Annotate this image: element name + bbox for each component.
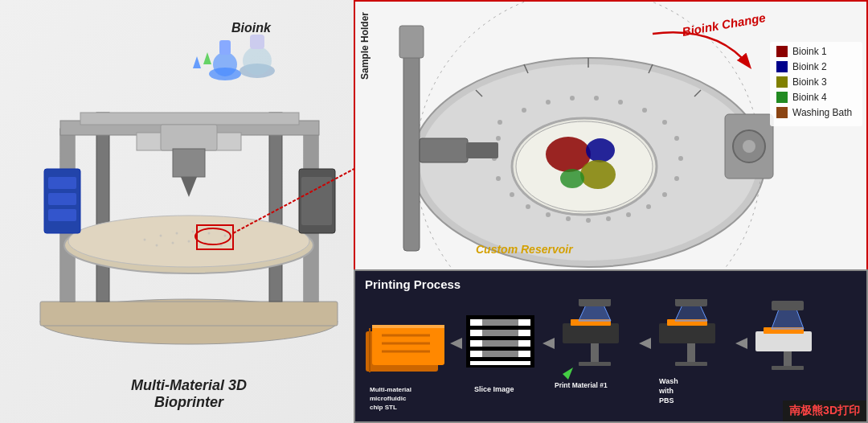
- legend-label-2: Bioink 2: [792, 61, 827, 72]
- svg-point-19: [172, 242, 174, 244]
- svg-marker-136: [772, 307, 804, 329]
- printer-label-line1: Multi-Material 3D: [131, 377, 247, 394]
- svg-point-20: [188, 240, 190, 243]
- svg-text:Multi-material: Multi-material: [370, 386, 411, 393]
- printer-label: Multi-Material 3D Bioprinter: [131, 377, 247, 411]
- legend-item-5: Washing Bath: [776, 107, 856, 118]
- svg-marker-102: [450, 338, 462, 349]
- svg-rect-108: [470, 361, 530, 365]
- legend-color-5: [776, 107, 788, 118]
- svg-point-73: [526, 204, 530, 209]
- svg-point-12: [144, 239, 146, 241]
- svg-rect-26: [173, 149, 205, 177]
- svg-rect-6: [96, 113, 109, 302]
- svg-rect-93: [372, 325, 444, 365]
- svg-rect-138: [784, 351, 792, 368]
- svg-text:with: with: [658, 387, 674, 395]
- legend-label-4: Bioink 4: [792, 92, 827, 103]
- legend-color-2: [776, 61, 788, 72]
- legend-label-1: Bioink 1: [792, 46, 827, 57]
- svg-point-59: [594, 96, 599, 101]
- svg-text:Slice Image: Slice Image: [474, 385, 514, 393]
- svg-point-60: [618, 100, 623, 105]
- legend-label-3: Bioink 3: [792, 76, 827, 88]
- svg-point-71: [566, 216, 571, 221]
- svg-rect-129: [675, 362, 707, 366]
- legend-item-2: Bioink 2: [776, 61, 856, 72]
- svg-point-69: [606, 216, 611, 221]
- svg-rect-87: [420, 138, 468, 162]
- svg-marker-123: [639, 338, 651, 349]
- svg-rect-9: [80, 113, 299, 125]
- legend-item-3: Bioink 3: [776, 76, 856, 88]
- top-right-section: Sample Holder Bioink Change: [354, 0, 868, 273]
- svg-rect-33: [301, 177, 332, 225]
- svg-point-57: [546, 100, 551, 105]
- svg-marker-114: [542, 338, 555, 349]
- svg-rect-110: [482, 330, 518, 336]
- svg-point-82: [580, 160, 616, 189]
- svg-text:Wash: Wash: [659, 377, 678, 385]
- svg-point-91: [743, 140, 755, 153]
- svg-rect-30: [48, 193, 76, 205]
- svg-point-56: [522, 108, 526, 113]
- svg-point-70: [586, 218, 591, 223]
- svg-point-83: [560, 169, 584, 188]
- legend-item-1: Bioink 1: [776, 46, 856, 57]
- bottom-right-section: Printing Process Multi-material microflu…: [354, 269, 868, 423]
- svg-point-65: [674, 176, 679, 181]
- svg-rect-120: [579, 362, 611, 366]
- svg-text:Print Material #1: Print Material #1: [555, 381, 608, 389]
- svg-rect-139: [772, 366, 804, 370]
- legend-label-5: Washing Bath: [792, 107, 852, 118]
- custom-reservoir-label: Custom Reservoir: [476, 243, 573, 256]
- svg-rect-94: [369, 328, 371, 372]
- svg-rect-112: [482, 351, 518, 357]
- svg-point-58: [570, 96, 575, 101]
- printing-process-title: Printing Process: [365, 277, 461, 291]
- svg-text:PBS: PBS: [659, 396, 674, 405]
- svg-rect-109: [482, 319, 518, 326]
- svg-point-63: [674, 136, 679, 141]
- svg-rect-25: [161, 125, 217, 150]
- svg-point-62: [662, 120, 667, 125]
- svg-rect-119: [591, 343, 599, 363]
- svg-point-61: [642, 108, 647, 113]
- svg-point-55: [497, 120, 502, 125]
- legend-item-4: Bioink 4: [776, 92, 856, 103]
- sample-holder-label: Sample Holder: [359, 12, 371, 80]
- svg-point-81: [586, 138, 615, 162]
- svg-marker-40: [193, 56, 201, 68]
- svg-point-14: [176, 232, 178, 235]
- svg-marker-27: [181, 177, 197, 197]
- svg-rect-36: [219, 40, 231, 55]
- svg-text:chip STL: chip STL: [370, 404, 397, 411]
- legend: Bioink 1 Bioink 2 Bioink 3 Bioink 4 Wash…: [770, 42, 862, 126]
- svg-point-64: [678, 156, 683, 161]
- svg-rect-111: [482, 340, 518, 347]
- left-section: Bioink Multi-Material 3D Bioprinter: [0, 0, 378, 423]
- svg-point-15: [192, 231, 194, 233]
- svg-point-77: [496, 136, 501, 141]
- svg-rect-31: [48, 209, 76, 221]
- svg-text:Bioink: Bioink: [231, 21, 272, 35]
- svg-point-17: [224, 235, 227, 237]
- watermark: 南极熊3D打印: [783, 400, 866, 421]
- svg-point-13: [160, 235, 162, 237]
- legend-color-1: [776, 46, 788, 57]
- svg-point-67: [646, 204, 651, 209]
- legend-color-3: [776, 76, 788, 88]
- svg-point-72: [546, 212, 551, 217]
- printer-label-line2: Bioprinter: [131, 394, 247, 411]
- svg-marker-122: [563, 368, 573, 380]
- svg-rect-38: [243, 47, 272, 75]
- bioprinter-svg: Bioink: [16, 8, 362, 354]
- svg-rect-137: [772, 301, 804, 310]
- svg-rect-127: [675, 299, 707, 306]
- svg-rect-39: [250, 35, 264, 49]
- svg-rect-29: [48, 177, 76, 189]
- svg-rect-86: [399, 26, 424, 58]
- svg-rect-35: [213, 52, 237, 76]
- svg-point-66: [662, 192, 667, 197]
- svg-point-68: [626, 212, 631, 217]
